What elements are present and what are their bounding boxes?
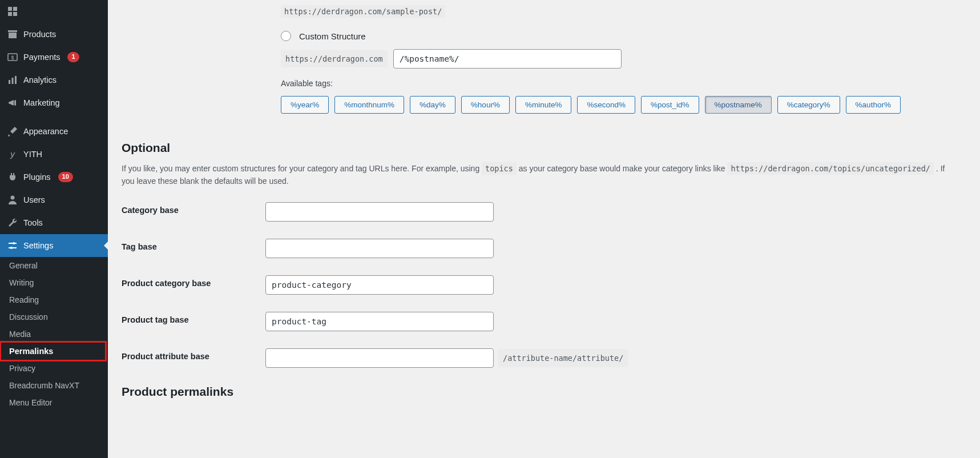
sidebar-item-analytics[interactable]: Analytics (0, 69, 108, 91)
submenu-permalinks[interactable]: Permalinks (0, 341, 107, 361)
category-base-input[interactable] (265, 202, 494, 222)
sidebar-label: Products (23, 30, 56, 39)
product-category-base-label: Product category base (122, 275, 265, 295)
product-tag-base-input[interactable] (265, 312, 494, 331)
svg-rect-1 (13, 7, 17, 11)
payments-icon: $ (7, 51, 18, 63)
product-attribute-suffix: /attribute-name/attribute/ (498, 349, 628, 367)
svg-rect-6 (9, 80, 10, 84)
main-content: https://derdragon.com/sample-post/ Custo… (108, 0, 980, 458)
available-tags-row: %year%%monthnum%%day%%hour%%minute%%seco… (281, 96, 957, 114)
sidebar-label: Tools (23, 218, 43, 227)
category-base-label: Category base (122, 202, 265, 222)
sidebar-item-tools[interactable]: Tools (0, 211, 108, 234)
topics-code: topics (482, 162, 517, 175)
optional-heading: Optional (122, 141, 957, 155)
settings-slider-icon (7, 240, 18, 251)
submenu-writing[interactable]: Writing (0, 274, 108, 291)
sidebar-label: Settings (23, 241, 53, 250)
structure-tag-button[interactable]: %category% (777, 96, 840, 114)
example-url-code: https://derdragon.com/topics/uncategoriz… (727, 162, 934, 175)
tag-base-input[interactable] (265, 239, 494, 258)
svg-point-11 (13, 242, 15, 244)
svg-rect-3 (13, 12, 17, 16)
dashboard-icon (7, 6, 18, 17)
custom-structure-input[interactable] (393, 49, 622, 69)
svg-text:$: $ (11, 55, 14, 61)
custom-structure-radio[interactable] (281, 31, 291, 41)
submenu-reading[interactable]: Reading (0, 291, 108, 308)
submenu-discussion[interactable]: Discussion (0, 308, 108, 326)
svg-rect-7 (12, 78, 14, 84)
svg-point-10 (11, 196, 15, 200)
submenu-menu-editor[interactable]: Menu Editor (0, 394, 108, 411)
structure-tag-button[interactable]: %postname% (705, 96, 772, 114)
plugins-badge: 10 (58, 172, 73, 182)
structure-tag-button[interactable]: %second% (577, 96, 635, 114)
yith-icon: y (7, 148, 18, 160)
optional-description: If you like, you may enter custom struct… (122, 163, 957, 187)
structure-tag-button[interactable]: %minute% (515, 96, 572, 114)
sidebar-item-products[interactable]: Products (0, 23, 108, 46)
submenu-privacy[interactable]: Privacy (0, 360, 108, 377)
structure-tag-button[interactable]: %year% (281, 96, 329, 114)
sidebar-label: Marketing (23, 98, 60, 107)
svg-rect-2 (8, 12, 12, 16)
structure-tag-button[interactable]: %day% (410, 96, 455, 114)
products-icon (7, 29, 18, 40)
base-url-prefix: https://derdragon.com (281, 50, 388, 67)
product-attribute-base-label: Product attribute base (122, 348, 265, 368)
plugin-icon (7, 171, 18, 183)
product-attribute-base-input[interactable] (265, 348, 494, 368)
structure-tag-button[interactable]: %post_id% (641, 96, 699, 114)
sidebar-item-payments[interactable]: $ Payments 1 (0, 46, 108, 69)
structure-tag-button[interactable]: %author% (846, 96, 901, 114)
product-tag-base-label: Product tag base (122, 312, 265, 331)
submenu-breadcrumb[interactable]: Breadcrumb NavXT (0, 377, 108, 394)
sidebar-label: Appearance (23, 127, 68, 136)
structure-tag-button[interactable]: %hour% (461, 96, 510, 114)
analytics-icon (7, 74, 18, 86)
sidebar-label: Plugins (23, 172, 51, 182)
submenu-media[interactable]: Media (0, 326, 108, 343)
custom-structure-label: Custom Structure (299, 31, 366, 41)
svg-rect-0 (8, 7, 12, 11)
submenu-general[interactable]: General (0, 257, 108, 274)
user-icon (7, 194, 18, 206)
product-category-base-input[interactable] (265, 275, 494, 295)
sample-url-code: https://derdragon.com/sample-post/ (281, 5, 445, 18)
payments-badge: 1 (67, 52, 79, 62)
sidebar-item-dashboard[interactable] (0, 0, 108, 23)
wrench-icon (7, 217, 18, 228)
sidebar-item-users[interactable]: Users (0, 188, 108, 211)
sidebar-label: YITH (23, 150, 42, 159)
svg-rect-8 (15, 76, 17, 84)
structure-tag-button[interactable]: %monthnum% (334, 96, 404, 114)
available-tags-label: Available tags: (281, 79, 957, 88)
megaphone-icon (7, 97, 18, 109)
product-permalinks-heading: Product permalinks (122, 385, 957, 399)
svg-point-12 (10, 247, 13, 249)
svg-text:y: y (10, 149, 15, 159)
sidebar-item-marketing[interactable]: Marketing (0, 91, 108, 114)
tag-base-label: Tag base (122, 239, 265, 258)
sidebar-item-plugins[interactable]: Plugins 10 (0, 166, 108, 188)
brush-icon (7, 126, 18, 137)
sidebar-item-appearance[interactable]: Appearance (0, 120, 108, 143)
sidebar-item-yith[interactable]: y YITH (0, 143, 108, 166)
sidebar-label: Payments (23, 53, 60, 62)
sidebar-label: Users (23, 195, 45, 204)
sidebar-item-settings[interactable]: Settings (0, 234, 108, 257)
sidebar-label: Analytics (23, 75, 57, 85)
admin-sidebar: Products $ Payments 1 Analytics Marketin… (0, 0, 108, 458)
settings-submenu: General Writing Reading Discussion Media… (0, 257, 108, 417)
